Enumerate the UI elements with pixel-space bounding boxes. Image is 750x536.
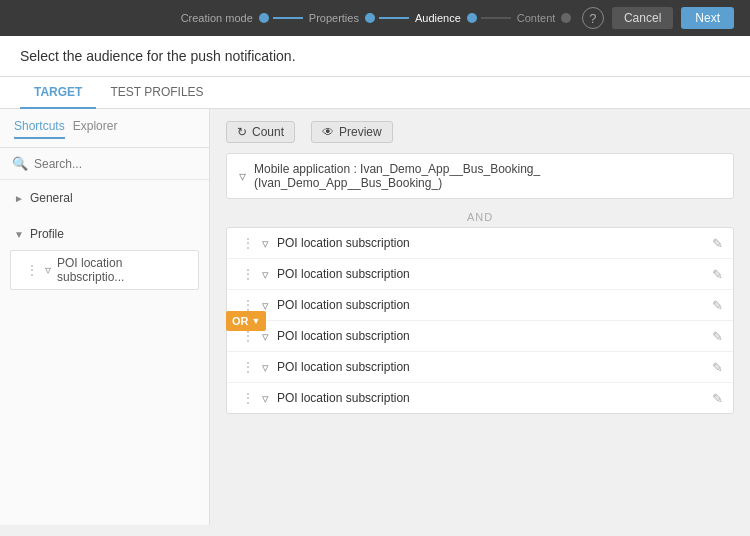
sidebar-item-poi[interactable]: ⋮ ▿ POI location subscriptio... — [10, 250, 199, 290]
chevron-down-icon: ▼ — [14, 229, 24, 240]
page-title-bar: Select the audience for the push notific… — [0, 36, 750, 77]
refresh-icon: ↻ — [237, 125, 247, 139]
search-input[interactable] — [34, 157, 197, 171]
edit-icon-5[interactable]: ✎ — [712, 360, 723, 375]
preview-button[interactable]: 👁 Preview — [311, 121, 393, 143]
filter-icon-1: ▿ — [262, 236, 269, 251]
drag-handle-icon-1: ⋮ — [241, 235, 254, 251]
top-bar: Creation mode Properties Audience Conten… — [0, 0, 750, 36]
search-bar: 🔍 — [0, 148, 209, 180]
drag-handle-icon-2: ⋮ — [241, 266, 254, 282]
chevron-right-icon: ► — [14, 193, 24, 204]
or-row-2: ⋮ ▿ POI location subscription ✎ — [227, 259, 733, 290]
sidebar-section-general: ► General — [0, 180, 209, 216]
or-row-6: ⋮ ▿ POI location subscription ✎ — [227, 383, 733, 413]
filter-icon-main: ▿ — [239, 168, 246, 184]
sidebar-tab-shortcuts[interactable]: Shortcuts — [14, 119, 65, 139]
or-row-3: ⋮ ▿ POI location subscription ✎ — [227, 290, 733, 321]
count-button[interactable]: ↻ Count — [226, 121, 295, 143]
filter-icon-4: ▿ — [262, 329, 269, 344]
next-button[interactable]: Next — [681, 7, 734, 29]
search-icon: 🔍 — [12, 156, 28, 171]
line-1 — [273, 17, 303, 19]
main-layout: Shortcuts Explorer 🔍 ► General ▼ Profile… — [0, 109, 750, 525]
page-title: Select the audience for the push notific… — [20, 48, 730, 64]
section-header-profile[interactable]: ▼ Profile — [0, 222, 209, 246]
edit-icon-2[interactable]: ✎ — [712, 267, 723, 282]
content-area: ↻ Count 👁 Preview ▿ Mobile application :… — [210, 109, 750, 525]
tabs-bar: TARGET TEST PROFILES — [0, 77, 750, 109]
or-row-4: ⋮ ▿ POI location subscription ✎ — [227, 321, 733, 352]
or-row-1: ⋮ ▿ POI location subscription ✎ — [227, 228, 733, 259]
or-group-inner: ⋮ ▿ POI location subscription ✎ ⋮ ▿ POI … — [227, 228, 733, 413]
help-button[interactable]: ? — [582, 7, 604, 29]
sidebar-tab-explorer[interactable]: Explorer — [73, 119, 118, 139]
drag-handle-icon-6: ⋮ — [241, 390, 254, 406]
dot-properties — [365, 13, 375, 23]
edit-icon-3[interactable]: ✎ — [712, 298, 723, 313]
step-properties: Properties — [305, 12, 363, 24]
step-creation-mode: Creation mode — [177, 12, 257, 24]
line-2 — [379, 17, 409, 19]
filter-icon-2: ▿ — [262, 267, 269, 282]
step-content: Content — [513, 12, 560, 24]
sidebar-tabs: Shortcuts Explorer — [0, 119, 209, 148]
drag-handle-icon-5: ⋮ — [241, 359, 254, 375]
dot-creation-mode — [259, 13, 269, 23]
dot-content — [561, 13, 571, 23]
filter-icon-5: ▿ — [262, 360, 269, 375]
filter-icon-6: ▿ — [262, 391, 269, 406]
cancel-button[interactable]: Cancel — [612, 7, 673, 29]
step-audience: Audience — [411, 12, 465, 24]
content-toolbar: ↻ Count 👁 Preview — [226, 121, 734, 143]
edit-icon-6[interactable]: ✎ — [712, 391, 723, 406]
edit-icon-4[interactable]: ✎ — [712, 329, 723, 344]
or-row-5: ⋮ ▿ POI location subscription ✎ — [227, 352, 733, 383]
chevron-down-icon-or: ▼ — [252, 316, 261, 326]
filter-icon-small: ▿ — [45, 263, 51, 277]
wizard-steps: Creation mode Properties Audience Conten… — [177, 12, 574, 24]
line-3 — [481, 17, 511, 19]
edit-icon-1[interactable]: ✎ — [712, 236, 723, 251]
top-bar-actions: ? Cancel Next — [582, 7, 734, 29]
or-group: OR ▼ ⋮ ▿ POI location subscription ✎ ⋮ ▿… — [226, 227, 734, 414]
dot-audience — [467, 13, 477, 23]
sidebar: Shortcuts Explorer 🔍 ► General ▼ Profile… — [0, 109, 210, 525]
tab-test-profiles[interactable]: TEST PROFILES — [96, 77, 217, 109]
section-header-general[interactable]: ► General — [0, 186, 209, 210]
tab-target[interactable]: TARGET — [20, 77, 96, 109]
sidebar-section-profile: ▼ Profile ⋮ ▿ POI location subscriptio..… — [0, 216, 209, 300]
or-badge[interactable]: OR ▼ — [226, 311, 266, 331]
and-separator: AND — [226, 207, 734, 227]
main-filter-card: ▿ Mobile application : Ivan_Demo_App__Bu… — [226, 153, 734, 199]
drag-handle-icon: ⋮ — [25, 262, 39, 278]
eye-icon: 👁 — [322, 125, 334, 139]
main-filter-row: ▿ Mobile application : Ivan_Demo_App__Bu… — [227, 154, 733, 198]
